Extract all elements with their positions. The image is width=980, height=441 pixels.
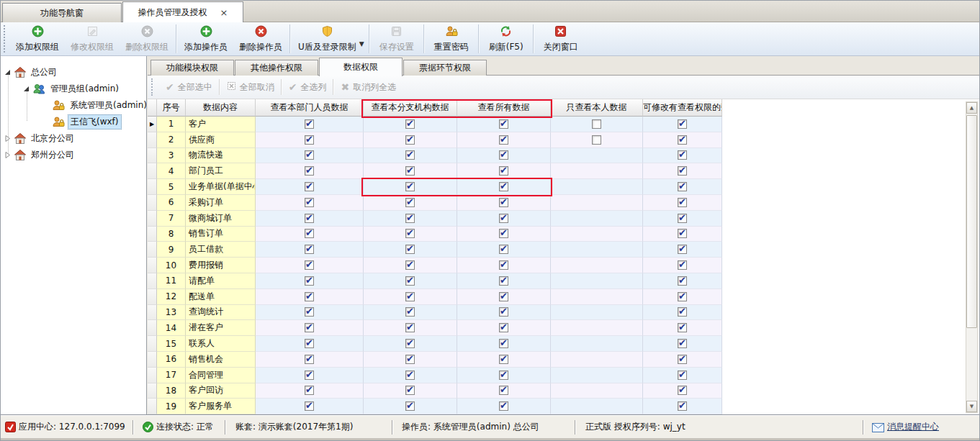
checkbox-checked[interactable] bbox=[678, 386, 687, 395]
checkbox-checked[interactable] bbox=[499, 307, 508, 317]
permission-cell[interactable] bbox=[256, 148, 364, 164]
row-selector-cell[interactable] bbox=[148, 227, 157, 242]
checkbox-checked[interactable] bbox=[405, 323, 415, 332]
permission-cell[interactable] bbox=[256, 336, 364, 352]
expand-closed-icon[interactable] bbox=[4, 135, 12, 142]
checkbox-checked[interactable] bbox=[405, 135, 415, 145]
checkbox-checked[interactable] bbox=[305, 401, 314, 411]
checkbox-checked[interactable] bbox=[405, 245, 415, 254]
permission-cell[interactable] bbox=[643, 117, 722, 132]
checkbox-checked[interactable] bbox=[678, 292, 687, 301]
column-header-3[interactable]: 查看本分支机构数据 bbox=[364, 99, 457, 117]
permission-cell[interactable] bbox=[457, 368, 551, 383]
checkbox-checked[interactable] bbox=[405, 307, 415, 317]
permission-cell[interactable] bbox=[364, 258, 457, 273]
permission-cell[interactable] bbox=[364, 179, 457, 195]
checkbox-checked[interactable] bbox=[678, 119, 687, 129]
checkbox-checked[interactable] bbox=[305, 292, 314, 301]
checkbox-checked[interactable] bbox=[305, 150, 314, 160]
checkbox-checked[interactable] bbox=[405, 166, 415, 176]
close-tab-icon[interactable]: × bbox=[220, 8, 228, 17]
checkbox-checked[interactable] bbox=[405, 229, 415, 238]
checkbox-checked[interactable] bbox=[305, 386, 314, 395]
checkbox-checked[interactable] bbox=[405, 355, 415, 364]
permission-cell[interactable] bbox=[364, 289, 457, 305]
permission-cell[interactable] bbox=[256, 258, 364, 273]
permission-cell[interactable] bbox=[256, 352, 364, 368]
column-header-1[interactable]: 数据内容 bbox=[186, 99, 256, 117]
sub-toolbar-grip[interactable] bbox=[151, 78, 153, 96]
permission-cell[interactable] bbox=[256, 132, 364, 148]
expand-open-icon[interactable] bbox=[22, 85, 30, 93]
row-selector-cell[interactable] bbox=[148, 211, 157, 227]
checkbox-checked[interactable] bbox=[678, 214, 687, 223]
tree-item-system-admin[interactable]: 系统管理员(admin) bbox=[41, 97, 147, 113]
row-selector-cell[interactable] bbox=[148, 148, 157, 164]
scroll-up-icon[interactable]: ▲ bbox=[966, 102, 977, 114]
permission-cell[interactable] bbox=[457, 399, 551, 414]
permission-cell[interactable] bbox=[457, 242, 551, 258]
permission-cell[interactable] bbox=[256, 305, 364, 321]
tab-module-permission[interactable]: 功能模块权限 bbox=[150, 60, 234, 76]
checkbox-checked[interactable] bbox=[305, 166, 314, 176]
permission-cell[interactable] bbox=[256, 289, 364, 305]
checkbox-checked[interactable] bbox=[305, 198, 314, 207]
expand-open-icon[interactable] bbox=[4, 68, 12, 76]
column-header-0[interactable]: 序号 bbox=[157, 99, 186, 117]
tab-function-navigation[interactable]: 功能导航窗 bbox=[2, 3, 122, 22]
checkbox-checked[interactable] bbox=[678, 323, 687, 332]
checkbox-checked[interactable] bbox=[678, 198, 687, 207]
checkbox-checked[interactable] bbox=[405, 386, 415, 395]
checkbox-checked[interactable] bbox=[678, 307, 687, 317]
permission-cell[interactable] bbox=[551, 132, 643, 148]
row-selector-cell[interactable] bbox=[148, 383, 157, 399]
checkbox-checked[interactable] bbox=[499, 198, 508, 207]
tab-data-permission[interactable]: 数据权限 bbox=[319, 58, 403, 76]
checkbox-checked[interactable] bbox=[678, 135, 687, 145]
permission-cell[interactable] bbox=[643, 242, 722, 258]
checkbox-checked[interactable] bbox=[305, 229, 314, 238]
checkbox-checked[interactable] bbox=[499, 323, 508, 332]
row-selector-cell[interactable] bbox=[148, 132, 157, 148]
permission-cell[interactable] bbox=[643, 336, 722, 352]
permission-cell[interactable] bbox=[364, 227, 457, 242]
permission-cell[interactable] bbox=[256, 179, 364, 195]
permission-cell[interactable] bbox=[457, 258, 551, 273]
checkbox-checked[interactable] bbox=[405, 198, 415, 207]
permission-cell[interactable] bbox=[256, 211, 364, 227]
close-window-button[interactable]: 关闭窗口 bbox=[536, 23, 586, 55]
checkbox-unchecked[interactable] bbox=[592, 135, 601, 145]
permission-cell[interactable] bbox=[643, 258, 722, 273]
checkbox-checked[interactable] bbox=[678, 150, 687, 160]
permission-cell[interactable] bbox=[457, 305, 551, 321]
checkbox-checked[interactable] bbox=[305, 214, 314, 223]
checkbox-checked[interactable] bbox=[499, 355, 508, 364]
permission-cell[interactable] bbox=[457, 383, 551, 399]
checkbox-checked[interactable] bbox=[499, 339, 508, 348]
scroll-down-icon[interactable]: ▼ bbox=[966, 401, 977, 412]
checkbox-checked[interactable] bbox=[499, 386, 508, 395]
permission-cell[interactable] bbox=[364, 320, 457, 336]
permission-cell[interactable] bbox=[256, 163, 364, 179]
permission-cell[interactable] bbox=[457, 132, 551, 148]
checkbox-checked[interactable] bbox=[405, 339, 415, 348]
delete-operator-button[interactable]: 删除操作员 bbox=[233, 23, 288, 55]
tree-item-admin-group[interactable]: 管理员组(admin) bbox=[22, 81, 121, 96]
checkbox-checked[interactable] bbox=[678, 276, 687, 286]
tab-operator-management[interactable]: 操作员管理及授权 × bbox=[122, 1, 243, 22]
row-selector-cell[interactable] bbox=[148, 352, 157, 368]
row-selector-cell[interactable] bbox=[148, 163, 157, 179]
ushield-login-limit-button[interactable]: U盾及登录限制 bbox=[292, 23, 362, 55]
checkbox-checked[interactable] bbox=[499, 166, 508, 176]
permission-cell[interactable] bbox=[256, 195, 364, 211]
permission-cell[interactable] bbox=[256, 273, 364, 289]
checkbox-checked[interactable] bbox=[305, 245, 314, 254]
permission-cell[interactable] bbox=[551, 117, 643, 132]
row-selector-cell[interactable] bbox=[148, 179, 157, 195]
dropdown-caret-icon[interactable]: ▼ bbox=[359, 40, 364, 47]
column-header-6[interactable]: 可修改有查看权限的数据 bbox=[643, 99, 722, 117]
row-selector-cell[interactable] bbox=[148, 305, 157, 321]
permission-cell[interactable] bbox=[457, 148, 551, 164]
checkbox-checked[interactable] bbox=[405, 150, 415, 160]
checkbox-checked[interactable] bbox=[405, 182, 415, 191]
